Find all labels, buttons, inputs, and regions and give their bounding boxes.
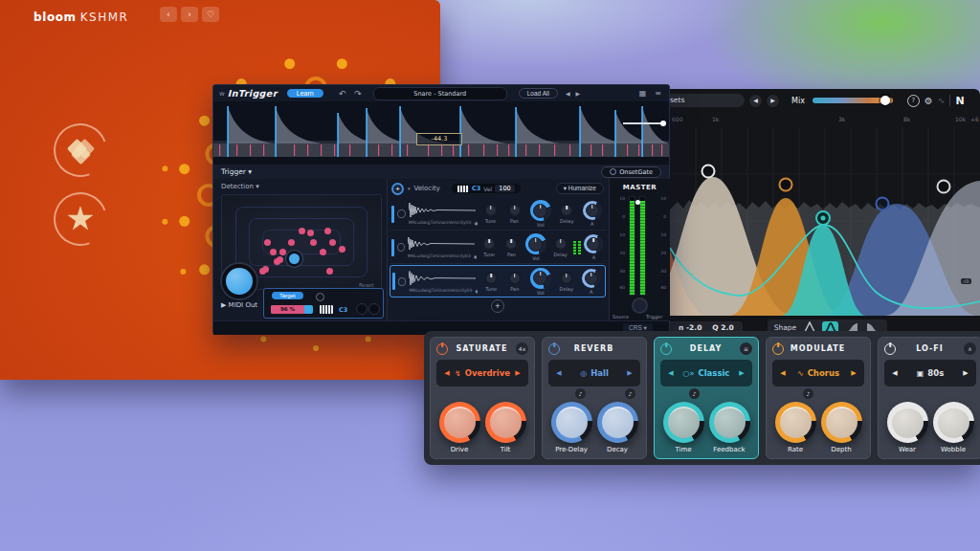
sync-note-icon[interactable]: ♪: [689, 388, 700, 399]
delay-knob[interactable]: [554, 237, 568, 251]
layer-caret-icon[interactable]: ▾: [408, 186, 411, 191]
note-velocity-chip[interactable]: C3 Vel 100: [452, 184, 521, 193]
mix-slider-thumb[interactable]: [880, 96, 890, 105]
target-note-label[interactable]: C3: [339, 306, 347, 314]
power-icon[interactable]: [660, 343, 672, 355]
sample-icon-a[interactable]: ◉: [474, 220, 477, 226]
row-toggle-icon[interactable]: [397, 209, 406, 218]
depth-knob[interactable]: [821, 402, 862, 443]
threshold-readout[interactable]: -44.3: [416, 133, 462, 145]
sync-note-icon[interactable]: ♪: [575, 388, 586, 399]
oversampling-badge[interactable]: 4x: [516, 342, 528, 355]
mode-next-button[interactable]: ▶: [961, 369, 970, 377]
aux-knob[interactable]: [583, 201, 602, 220]
power-icon[interactable]: [548, 343, 560, 355]
delay-knob[interactable]: [560, 272, 573, 285]
power-icon[interactable]: [884, 343, 896, 355]
sample-row[interactable]: MRLudwigTieSnareVelocity03 ◉○▭ Tune Pan …: [390, 198, 606, 231]
row-toggle-icon[interactable]: [398, 277, 407, 286]
mode-label[interactable]: Overdrive: [465, 368, 510, 378]
pan-knob[interactable]: [508, 272, 522, 285]
mode-prev-button[interactable]: ◀: [666, 369, 676, 377]
waveform-display[interactable]: -44.3: [213, 101, 669, 165]
pan-knob[interactable]: [508, 204, 522, 217]
vel-value[interactable]: 100: [495, 185, 514, 192]
presets-dropdown[interactable]: Presets: [670, 94, 745, 107]
module-badge[interactable]: ≡: [740, 342, 752, 355]
delay-knob[interactable]: [560, 204, 573, 217]
zoom-slider[interactable]: [623, 122, 663, 124]
preset-next-button[interactable]: ›: [181, 7, 198, 22]
menu-icon[interactable]: ≡: [655, 89, 661, 98]
band-handle-1[interactable]: [702, 165, 715, 178]
mode-label[interactable]: Chorus: [808, 368, 839, 378]
mode-next-button[interactable]: ▶: [625, 369, 635, 377]
redo-icon[interactable]: ↷: [354, 89, 362, 99]
vol-knob[interactable]: [525, 233, 546, 254]
midi-out-label[interactable]: ▶ MIDI Out: [221, 301, 257, 309]
wobble-knob[interactable]: [933, 402, 974, 443]
aux-knob[interactable]: [584, 234, 603, 253]
undo-icon[interactable]: ↶: [339, 89, 346, 99]
aux-knob[interactable]: [582, 269, 601, 288]
decay-knob[interactable]: [597, 402, 638, 443]
sensitivity-knob[interactable]: [222, 264, 256, 298]
onset-gate-button[interactable]: OnsetGate: [601, 166, 661, 178]
predelay-knob[interactable]: [551, 402, 592, 443]
preset-prev-icon[interactable]: ◀: [566, 90, 570, 97]
drive-knob[interactable]: [439, 402, 480, 443]
mode-next-button[interactable]: ▶: [849, 369, 858, 377]
tune-knob[interactable]: [484, 272, 498, 285]
detection-target-dot[interactable]: [289, 253, 300, 264]
master-knob[interactable]: [632, 298, 648, 314]
preset-next-icon[interactable]: ▶: [576, 90, 581, 97]
power-icon[interactable]: [436, 343, 448, 355]
target-button[interactable]: Target: [272, 292, 303, 299]
sync-note-icon[interactable]: ♪: [625, 388, 635, 399]
tune-knob[interactable]: [482, 237, 496, 251]
sample-row-selected[interactable]: MRLudwigTieSnareVelocity03 ◉○▭ Tune Pan …: [390, 265, 606, 298]
trigger-section-label[interactable]: Trigger ▾: [221, 167, 252, 176]
piano-icon[interactable]: [320, 305, 333, 314]
rate-knob[interactable]: [775, 402, 816, 443]
mode-label[interactable]: Hall: [590, 368, 609, 378]
add-layer-button[interactable]: +: [391, 183, 404, 195]
mode-prev-button[interactable]: ◀: [442, 369, 452, 377]
tune-knob[interactable]: [484, 204, 498, 217]
sample-icon-a[interactable]: ◉: [474, 253, 477, 259]
sample-icon-a[interactable]: ◉: [475, 288, 478, 294]
pan-knob[interactable]: [504, 237, 518, 251]
round-button-1[interactable]: [356, 303, 368, 315]
mode-next-button[interactable]: ▶: [513, 369, 523, 377]
help-icon[interactable]: ?: [907, 95, 920, 107]
mode-prev-button[interactable]: ◀: [554, 369, 564, 377]
eq-preset-prev-button[interactable]: ◀: [749, 95, 762, 107]
mode-prev-button[interactable]: ◀: [778, 369, 788, 377]
wear-knob[interactable]: [887, 402, 928, 443]
sync-note-icon[interactable]: ♪: [803, 388, 813, 399]
sample-row[interactable]: MRLudwigTieSnareVelocity03 ◉○▭ Tune Pan …: [390, 231, 606, 264]
mix-slider[interactable]: [813, 98, 893, 103]
mode-prev-button[interactable]: ◀: [890, 369, 900, 377]
feedback-knob[interactable]: [709, 402, 750, 443]
mode-label[interactable]: 80s: [927, 368, 944, 378]
add-sample-button[interactable]: +: [491, 299, 504, 313]
band-handle-3-selected[interactable]: [816, 211, 830, 225]
vol-knob[interactable]: [530, 268, 551, 289]
module-badge[interactable]: ∧: [964, 342, 976, 355]
preset-selector[interactable]: Snare - Standard: [373, 87, 507, 100]
keyboard-icon[interactable]: ▦: [639, 89, 647, 98]
humanize-button[interactable]: ▾ Humanize: [556, 183, 604, 194]
detection-label[interactable]: Detection ▾: [221, 183, 259, 190]
round-button-2[interactable]: [368, 303, 380, 315]
gear-icon[interactable]: ⚙: [924, 96, 933, 106]
time-knob[interactable]: [663, 402, 704, 443]
band-handle-5[interactable]: [938, 181, 950, 193]
load-all-button[interactable]: Load All: [519, 88, 558, 99]
band-handle-4[interactable]: [877, 198, 889, 210]
mode-next-button[interactable]: ▶: [737, 369, 746, 377]
power-icon[interactable]: [772, 343, 784, 355]
eq-preset-next-button[interactable]: ▶: [767, 95, 779, 107]
band-handle-2[interactable]: [780, 179, 792, 191]
favorite-button[interactable]: ♡: [202, 7, 219, 22]
